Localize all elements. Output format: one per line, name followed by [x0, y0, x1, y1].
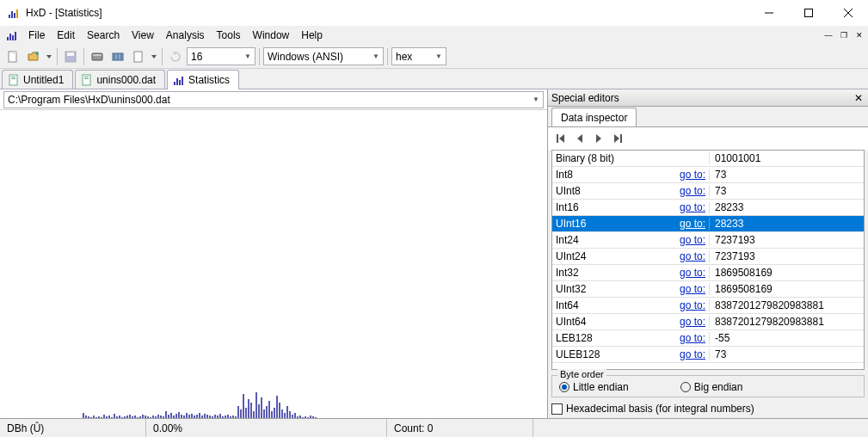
inspector-row[interactable]: UInt16go to:28233 [552, 216, 864, 232]
file-button[interactable] [129, 47, 148, 66]
inspector-row[interactable]: UInt8go to:73 [552, 183, 864, 200]
width-combo[interactable]: 16 ▼ [187, 47, 255, 65]
mdi-minimize[interactable]: ― [822, 29, 835, 41]
path-combo[interactable]: C:\Program Files\HxD\unins000.dat ▼ [3, 91, 544, 108]
tab-label: unins000.dat [96, 74, 156, 86]
width-value: 16 [191, 51, 244, 63]
close-button[interactable] [828, 0, 868, 26]
inspector-row[interactable]: UInt24go to:7237193 [552, 249, 864, 265]
goto-link[interactable]: go to: [680, 283, 705, 295]
inspector-row[interactable]: Int8go to:73 [552, 167, 864, 183]
goto-link[interactable]: go to: [680, 316, 705, 328]
goto-link[interactable]: go to: [680, 218, 705, 230]
goto-link[interactable]: go to: [680, 201, 705, 213]
inspector-row[interactable]: Int64go to:8387201279820983881 [552, 298, 864, 314]
inspector-nav [548, 127, 868, 150]
type-label: Int16 [552, 201, 673, 213]
radio-little-endian[interactable]: Little endian [559, 381, 629, 393]
goto-link[interactable]: go to: [680, 332, 705, 344]
inspector-table[interactable]: Binary (8 bit)01001001Int8go to:73UInt8g… [551, 150, 865, 370]
mdi-close[interactable]: ✕ [853, 29, 866, 41]
panel-close-button[interactable]: ✕ [853, 92, 865, 104]
histogram-chart[interactable] [0, 110, 547, 418]
base-combo[interactable]: hex ▼ [391, 47, 446, 65]
mdi-restore[interactable]: ❐ [837, 29, 851, 41]
value-cell[interactable]: 7237193 [709, 234, 864, 246]
menu-file[interactable]: File [22, 28, 51, 43]
radio-big-endian[interactable]: Big endian [680, 381, 743, 393]
menu-view[interactable]: View [126, 28, 160, 43]
menu-tools[interactable]: Tools [211, 28, 247, 43]
nav-next[interactable] [591, 131, 606, 146]
inspector-row[interactable]: UInt32go to:1869508169 [552, 281, 864, 298]
value-cell[interactable]: 28233 [709, 218, 864, 230]
new-button[interactable] [3, 47, 22, 66]
inspector-row[interactable]: Int16go to:28233 [552, 200, 864, 216]
minimize-button[interactable] [749, 0, 789, 26]
tab-untitled1[interactable]: Untitled1 [2, 70, 73, 89]
open-dropdown[interactable] [45, 47, 53, 66]
value-cell[interactable]: 73 [709, 185, 864, 197]
svg-point-14 [35, 52, 39, 55]
menu-edit[interactable]: Edit [51, 28, 81, 43]
svg-rect-34 [557, 134, 558, 143]
chevron-down-icon: ▼ [244, 52, 251, 60]
value-cell[interactable]: 8387201279820983881 [709, 299, 864, 311]
goto-link[interactable]: go to: [680, 299, 705, 311]
menu-help[interactable]: Help [295, 28, 329, 43]
value-cell[interactable]: 73 [709, 348, 864, 360]
type-label: UInt24 [552, 250, 673, 262]
goto-link[interactable]: go to: [680, 267, 705, 279]
file-dropdown[interactable] [150, 47, 158, 66]
chevron-down-icon: ▼ [435, 52, 442, 60]
open-button[interactable] [24, 47, 43, 66]
value-cell[interactable]: 01001001 [709, 152, 864, 164]
tab-data-inspector[interactable]: Data inspector [551, 108, 637, 126]
nav-prev[interactable] [572, 131, 588, 146]
inspector-row[interactable]: Binary (8 bit)01001001 [552, 151, 864, 167]
type-label: Int32 [552, 267, 673, 279]
value-cell[interactable]: 1869508169 [709, 283, 864, 295]
svg-rect-9 [9, 34, 11, 40]
type-label: UInt8 [552, 185, 673, 197]
value-cell[interactable]: 73 [709, 169, 864, 181]
goto-link[interactable]: go to: [680, 348, 705, 360]
tab-unins000[interactable]: unins000.dat [75, 70, 165, 89]
svg-rect-11 [15, 32, 16, 40]
goto-cell: go to: [673, 169, 709, 181]
goto-link[interactable]: go to: [680, 234, 705, 246]
inspector-row[interactable]: UInt64go to:8387201279820983881 [552, 314, 864, 330]
menu-analysis[interactable]: Analysis [160, 28, 211, 43]
inspector-row[interactable]: Int32go to:1869508169 [552, 265, 864, 281]
type-label: Int64 [552, 299, 673, 311]
radio-label: Big endian [694, 381, 743, 393]
goto-link[interactable]: go to: [680, 169, 705, 181]
separator [83, 48, 84, 65]
menu-window[interactable]: Window [247, 28, 296, 43]
separator [387, 48, 388, 65]
svg-rect-33 [182, 77, 183, 85]
value-cell[interactable]: 28233 [709, 201, 864, 213]
charset-combo[interactable]: Windows (ANSI) ▼ [263, 47, 384, 65]
goto-link[interactable]: go to: [680, 250, 705, 262]
inspector-row[interactable]: Int24go to:7237193 [552, 232, 864, 249]
disk-button[interactable] [88, 47, 107, 66]
nav-first[interactable] [553, 131, 569, 146]
value-cell[interactable]: 7237193 [709, 250, 864, 262]
nav-last[interactable] [610, 131, 625, 146]
maximize-button[interactable] [789, 0, 828, 26]
tab-statistics[interactable]: Statistics [167, 70, 239, 89]
doc-icon [8, 74, 20, 86]
inspector-row[interactable]: LEB128go to:-55 [552, 330, 864, 347]
value-cell[interactable]: -55 [709, 332, 864, 344]
goto-link[interactable]: go to: [680, 185, 705, 197]
inspector-row[interactable]: ULEB128go to:73 [552, 347, 864, 363]
value-cell[interactable]: 1869508169 [709, 267, 864, 279]
menu-search[interactable]: Search [81, 28, 126, 43]
value-cell[interactable]: 8387201279820983881 [709, 316, 864, 328]
side-title: Special editors [551, 92, 853, 104]
hex-basis-checkbox[interactable]: Hexadecimal basis (for integral numbers) [551, 403, 865, 415]
ram-button[interactable] [108, 47, 127, 66]
radio-icon [559, 382, 569, 392]
svg-rect-5 [805, 9, 813, 17]
